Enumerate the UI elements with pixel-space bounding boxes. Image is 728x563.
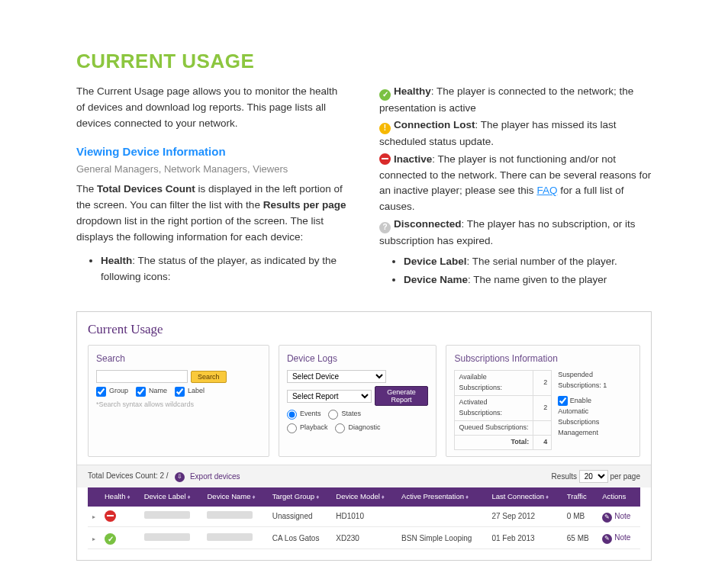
screenshot-title: Current Usage (77, 312, 651, 344)
checkbox-label[interactable] (175, 387, 185, 397)
subscriptions-panel: Subscriptions Information Available Subs… (446, 345, 640, 457)
col-expand (88, 487, 100, 507)
col-device-name[interactable]: Device Name♦ (202, 487, 267, 507)
select-report[interactable]: Select Report (287, 390, 372, 403)
generate-report-button[interactable]: Generate Report (375, 386, 429, 406)
note-link[interactable]: Note (614, 512, 630, 520)
col-device-label[interactable]: Device Label♦ (140, 487, 203, 507)
col-traffic: Traffic (562, 487, 598, 507)
col-target-group[interactable]: Target Group♦ (268, 487, 332, 507)
question-icon: ? (379, 222, 391, 233)
radio-events[interactable] (287, 410, 297, 420)
subscriptions-heading: Subscriptions Information (454, 352, 632, 366)
search-button[interactable]: Search (191, 371, 227, 383)
radio-playback[interactable] (287, 423, 297, 433)
bullet-device-label: Device Label: The serial number of the p… (404, 254, 652, 270)
expand-icon[interactable]: ▸ (92, 513, 95, 520)
checkbox-name[interactable] (136, 387, 146, 397)
status-healthy: ✓Healthy: The player is connected to the… (379, 84, 652, 116)
logs-heading: Device Logs (287, 352, 429, 366)
search-panel: Search Search Group Name Label *Search s… (88, 345, 269, 457)
table-row: ▸ ✓ CA Los Gatos XD230 BSN Simple Loopin… (88, 527, 640, 549)
subscriptions-table: Available Subscriptions:2 Activated Subs… (454, 370, 552, 450)
intro-text: The Current Usage page allows you to mon… (76, 84, 349, 132)
inactive-icon (105, 510, 116, 522)
col-device-model[interactable]: Device Model♦ (331, 487, 397, 507)
radio-states[interactable] (328, 410, 338, 420)
suspended-text: Suspended Subscriptions: 1 (558, 370, 623, 391)
col-health[interactable]: Health♦ (100, 487, 140, 507)
note-icon[interactable]: ✎ (602, 513, 612, 523)
bullet-health: Health: The status of the player, as ind… (101, 253, 349, 285)
col-last-connection[interactable]: Last Connection♦ (487, 487, 562, 507)
bullet-device-name: Device Name: The name given to the playe… (404, 272, 652, 288)
redacted (144, 533, 190, 541)
roles-line: General Managers, Network Managers, View… (76, 162, 349, 177)
search-hint: *Search syntax allows wildcards (96, 400, 261, 410)
logs-panel: Device Logs Select Device Select Report … (279, 345, 437, 457)
note-link[interactable]: Note (614, 533, 630, 542)
check-icon: ✓ (379, 89, 391, 101)
table-row: ▸ Unassigned HD1010 27 Sep 2012 0 MB ✎No… (88, 507, 640, 527)
redacted (144, 511, 190, 519)
note-icon[interactable]: ✎ (602, 534, 612, 544)
checkbox-group[interactable] (96, 387, 106, 397)
col-active-presentation[interactable]: Active Presentation♦ (397, 487, 487, 507)
select-device[interactable]: Select Device (287, 370, 386, 383)
faq-link[interactable]: FAQ (536, 185, 557, 196)
export-icon: ⇩ (175, 472, 185, 482)
results-per-page-select[interactable]: 20 (579, 470, 608, 483)
screenshot-panel: Current Usage Search Search Group Name L… (76, 311, 652, 561)
expand-icon[interactable]: ▸ (92, 536, 95, 542)
redacted (207, 511, 253, 519)
check-icon: ✓ (105, 533, 116, 545)
devices-table: Health♦ Device Label♦ Device Name♦ Targe… (88, 487, 640, 549)
status-connection-lost: !Connection Lost: The player has missed … (379, 117, 652, 150)
inactive-icon (379, 153, 391, 165)
radio-diagnostic[interactable] (335, 423, 345, 433)
section-heading: Viewing Device Information (76, 143, 349, 160)
device-info-para: The Total Devices Count is displayed in … (76, 182, 349, 246)
total-devices-count: Total Devices Count: 2 / (88, 471, 169, 480)
warning-icon: ! (379, 123, 391, 134)
redacted (207, 533, 253, 541)
page-title: CURRENT USAGE (76, 46, 652, 76)
search-input[interactable] (96, 370, 188, 383)
status-inactive: Inactive: The player is not functioning … (379, 152, 652, 216)
status-disconnected: ?Disconnected: The player has no subscri… (379, 217, 652, 249)
export-devices-link[interactable]: ⇩Export devices (175, 471, 240, 483)
col-actions: Actions (598, 487, 640, 507)
checkbox-auto-subs[interactable] (558, 396, 568, 406)
search-heading: Search (96, 352, 261, 366)
